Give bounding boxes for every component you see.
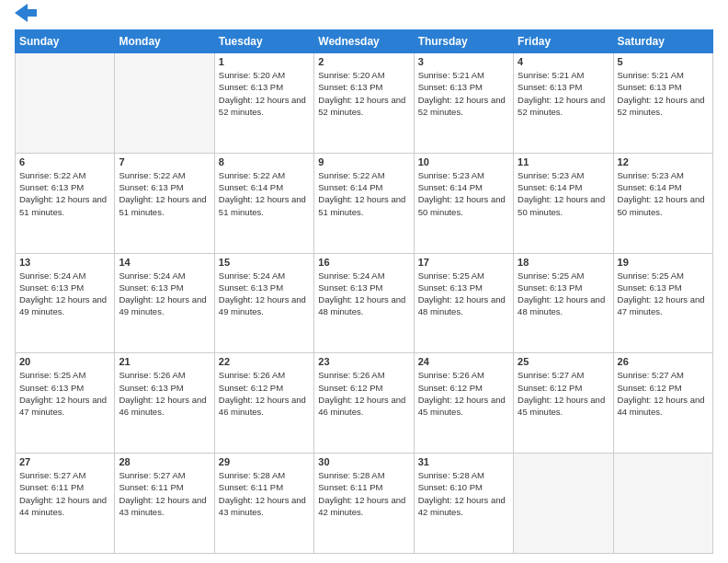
day-number: 1	[219, 56, 310, 67]
day-info: Sunrise: 5:22 AM Sunset: 6:13 PM Dayligh…	[119, 169, 210, 218]
day-number: 21	[119, 356, 210, 367]
day-info: Sunrise: 5:27 AM Sunset: 6:12 PM Dayligh…	[618, 369, 709, 418]
day-info: Sunrise: 5:26 AM Sunset: 6:13 PM Dayligh…	[119, 369, 210, 418]
weekday-header-saturday: Saturday	[613, 30, 712, 53]
day-info: Sunrise: 5:21 AM Sunset: 6:13 PM Dayligh…	[518, 69, 609, 118]
calendar-cell: 20Sunrise: 5:25 AM Sunset: 6:13 PM Dayli…	[16, 353, 115, 454]
weekday-header-tuesday: Tuesday	[214, 30, 313, 53]
calendar-cell: 25Sunrise: 5:27 AM Sunset: 6:12 PM Dayli…	[514, 353, 613, 454]
calendar-cell: 1Sunrise: 5:20 AM Sunset: 6:13 PM Daylig…	[214, 53, 313, 154]
calendar-cell: 14Sunrise: 5:24 AM Sunset: 6:13 PM Dayli…	[115, 253, 214, 353]
calendar-cell: 29Sunrise: 5:28 AM Sunset: 6:11 PM Dayli…	[214, 454, 313, 554]
day-number: 4	[518, 56, 609, 67]
day-info: Sunrise: 5:24 AM Sunset: 6:13 PM Dayligh…	[19, 270, 110, 318]
day-info: Sunrise: 5:25 AM Sunset: 6:13 PM Dayligh…	[618, 270, 709, 318]
day-info: Sunrise: 5:22 AM Sunset: 6:14 PM Dayligh…	[219, 169, 310, 218]
calendar-cell: 31Sunrise: 5:28 AM Sunset: 6:10 PM Dayli…	[414, 454, 513, 554]
day-number: 18	[518, 257, 609, 268]
calendar-cell: 11Sunrise: 5:23 AM Sunset: 6:14 PM Dayli…	[514, 153, 613, 253]
day-info: Sunrise: 5:22 AM Sunset: 6:13 PM Dayligh…	[19, 169, 110, 218]
day-number: 26	[618, 356, 709, 367]
day-info: Sunrise: 5:26 AM Sunset: 6:12 PM Dayligh…	[219, 369, 310, 418]
calendar-cell	[115, 53, 214, 154]
calendar-cell: 4Sunrise: 5:21 AM Sunset: 6:13 PM Daylig…	[514, 53, 613, 154]
day-info: Sunrise: 5:27 AM Sunset: 6:11 PM Dayligh…	[119, 469, 210, 518]
day-info: Sunrise: 5:27 AM Sunset: 6:11 PM Dayligh…	[19, 469, 110, 518]
day-info: Sunrise: 5:23 AM Sunset: 6:14 PM Dayligh…	[418, 169, 509, 218]
day-number: 11	[518, 156, 609, 167]
day-info: Sunrise: 5:24 AM Sunset: 6:13 PM Dayligh…	[318, 270, 409, 318]
page: SundayMondayTuesdayWednesdayThursdayFrid…	[0, 0, 728, 563]
day-number: 28	[119, 456, 210, 467]
day-info: Sunrise: 5:23 AM Sunset: 6:14 PM Dayligh…	[618, 169, 709, 218]
weekday-header-thursday: Thursday	[414, 30, 513, 53]
day-number: 7	[119, 156, 210, 167]
day-info: Sunrise: 5:20 AM Sunset: 6:13 PM Dayligh…	[318, 69, 409, 118]
day-info: Sunrise: 5:26 AM Sunset: 6:12 PM Dayligh…	[318, 369, 409, 418]
day-info: Sunrise: 5:20 AM Sunset: 6:13 PM Dayligh…	[219, 69, 310, 118]
calendar-cell: 27Sunrise: 5:27 AM Sunset: 6:11 PM Dayli…	[16, 454, 115, 554]
day-number: 9	[318, 156, 409, 167]
logo-arrow-icon	[15, 4, 37, 22]
day-number: 23	[318, 356, 409, 367]
day-info: Sunrise: 5:21 AM Sunset: 6:13 PM Dayligh…	[418, 69, 509, 118]
day-number: 20	[19, 356, 110, 367]
calendar-cell: 30Sunrise: 5:28 AM Sunset: 6:11 PM Dayli…	[314, 454, 414, 554]
calendar-cell: 12Sunrise: 5:23 AM Sunset: 6:14 PM Dayli…	[613, 153, 712, 253]
calendar-week-2: 6Sunrise: 5:22 AM Sunset: 6:13 PM Daylig…	[16, 153, 713, 253]
day-info: Sunrise: 5:25 AM Sunset: 6:13 PM Dayligh…	[518, 270, 609, 318]
day-number: 16	[318, 257, 409, 268]
day-info: Sunrise: 5:24 AM Sunset: 6:13 PM Dayligh…	[119, 270, 210, 318]
calendar-cell	[613, 454, 712, 554]
day-info: Sunrise: 5:27 AM Sunset: 6:12 PM Dayligh…	[518, 369, 609, 418]
weekday-header-wednesday: Wednesday	[314, 30, 414, 53]
calendar-cell: 5Sunrise: 5:21 AM Sunset: 6:13 PM Daylig…	[613, 53, 712, 154]
calendar-cell: 13Sunrise: 5:24 AM Sunset: 6:13 PM Dayli…	[16, 253, 115, 353]
day-number: 6	[19, 156, 110, 167]
calendar-cell: 24Sunrise: 5:26 AM Sunset: 6:12 PM Dayli…	[414, 353, 513, 454]
calendar-cell: 17Sunrise: 5:25 AM Sunset: 6:13 PM Dayli…	[414, 253, 513, 353]
day-number: 22	[219, 356, 310, 367]
day-info: Sunrise: 5:25 AM Sunset: 6:13 PM Dayligh…	[418, 270, 509, 318]
calendar-cell: 16Sunrise: 5:24 AM Sunset: 6:13 PM Dayli…	[314, 253, 414, 353]
calendar-week-4: 20Sunrise: 5:25 AM Sunset: 6:13 PM Dayli…	[16, 353, 713, 454]
calendar-cell: 8Sunrise: 5:22 AM Sunset: 6:14 PM Daylig…	[214, 153, 313, 253]
logo	[15, 11, 37, 22]
day-info: Sunrise: 5:26 AM Sunset: 6:12 PM Dayligh…	[418, 369, 509, 418]
day-number: 30	[318, 456, 409, 467]
day-number: 5	[618, 56, 709, 67]
day-number: 17	[418, 257, 509, 268]
day-number: 3	[418, 56, 509, 67]
calendar-cell: 10Sunrise: 5:23 AM Sunset: 6:14 PM Dayli…	[414, 153, 513, 253]
day-number: 2	[318, 56, 409, 67]
calendar-cell: 3Sunrise: 5:21 AM Sunset: 6:13 PM Daylig…	[414, 53, 513, 154]
day-info: Sunrise: 5:28 AM Sunset: 6:11 PM Dayligh…	[318, 469, 409, 518]
calendar-cell: 21Sunrise: 5:26 AM Sunset: 6:13 PM Dayli…	[115, 353, 214, 454]
day-info: Sunrise: 5:24 AM Sunset: 6:13 PM Dayligh…	[219, 270, 310, 318]
day-info: Sunrise: 5:25 AM Sunset: 6:13 PM Dayligh…	[19, 369, 110, 418]
weekday-header-monday: Monday	[115, 30, 214, 53]
day-number: 19	[618, 257, 709, 268]
day-info: Sunrise: 5:22 AM Sunset: 6:14 PM Dayligh…	[318, 169, 409, 218]
calendar-cell: 18Sunrise: 5:25 AM Sunset: 6:13 PM Dayli…	[514, 253, 613, 353]
calendar-cell	[16, 53, 115, 154]
day-number: 15	[219, 257, 310, 268]
calendar-cell: 23Sunrise: 5:26 AM Sunset: 6:12 PM Dayli…	[314, 353, 414, 454]
day-info: Sunrise: 5:23 AM Sunset: 6:14 PM Dayligh…	[518, 169, 609, 218]
day-number: 29	[219, 456, 310, 467]
day-number: 14	[119, 257, 210, 268]
calendar-week-5: 27Sunrise: 5:27 AM Sunset: 6:11 PM Dayli…	[16, 454, 713, 554]
svg-marker-0	[15, 4, 37, 22]
calendar-week-3: 13Sunrise: 5:24 AM Sunset: 6:13 PM Dayli…	[16, 253, 713, 353]
day-info: Sunrise: 5:28 AM Sunset: 6:11 PM Dayligh…	[219, 469, 310, 518]
day-number: 12	[618, 156, 709, 167]
day-number: 13	[19, 257, 110, 268]
calendar-cell: 7Sunrise: 5:22 AM Sunset: 6:13 PM Daylig…	[115, 153, 214, 253]
day-number: 25	[518, 356, 609, 367]
weekday-header-friday: Friday	[514, 30, 613, 53]
calendar-cell: 15Sunrise: 5:24 AM Sunset: 6:13 PM Dayli…	[214, 253, 313, 353]
day-number: 27	[19, 456, 110, 467]
header	[15, 11, 713, 22]
calendar-cell: 2Sunrise: 5:20 AM Sunset: 6:13 PM Daylig…	[314, 53, 414, 154]
day-number: 8	[219, 156, 310, 167]
